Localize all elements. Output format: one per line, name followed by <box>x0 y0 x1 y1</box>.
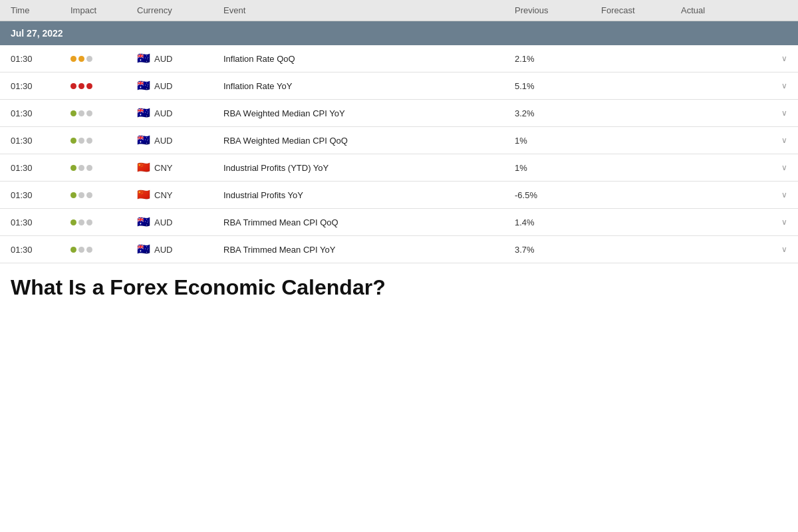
impact-dot <box>70 56 76 62</box>
impact-dot-inactive <box>78 165 84 171</box>
col-impact: Impact <box>70 5 137 15</box>
impact-dot-inactive <box>78 219 84 225</box>
currency-code: AUD <box>154 217 172 227</box>
flag-icon: 🇨🇳 <box>137 190 150 200</box>
impact-dots <box>70 83 137 89</box>
expand-chevron[interactable]: ∨ <box>754 190 787 200</box>
date-section-header: Jul 27, 2022 <box>0 21 798 45</box>
col-event: Event <box>223 5 515 15</box>
time-cell: 01:30 <box>11 54 70 64</box>
previous-value: 5.1% <box>515 81 601 91</box>
table-row[interactable]: 01:30 🇦🇺 AUD Inflation Rate YoY 5.1% ∨ <box>0 72 798 100</box>
currency-cell: 🇦🇺 AUD <box>137 108 223 118</box>
impact-dots <box>70 247 137 253</box>
currency-cell: 🇨🇳 CNY <box>137 190 223 200</box>
currency-cell: 🇨🇳 CNY <box>137 162 223 173</box>
previous-value: 3.7% <box>515 245 601 255</box>
currency-cell: 🇦🇺 AUD <box>137 135 223 146</box>
event-name: RBA Weighted Median CPI QoQ <box>223 136 515 146</box>
impact-dot <box>70 83 76 89</box>
impact-dot <box>70 165 76 171</box>
currency-code: AUD <box>154 245 172 255</box>
previous-value: -6.5% <box>515 190 601 200</box>
flag-icon: 🇦🇺 <box>137 53 150 64</box>
expand-chevron[interactable]: ∨ <box>754 108 787 118</box>
impact-dots <box>70 110 137 116</box>
col-previous: Previous <box>515 5 601 15</box>
impact-dot <box>70 110 76 116</box>
impact-dots <box>70 219 137 225</box>
flag-icon: 🇦🇺 <box>137 80 150 91</box>
impact-dot <box>86 83 92 89</box>
impact-dots <box>70 138 137 144</box>
col-actual: Actual <box>681 5 754 15</box>
currency-cell: 🇦🇺 AUD <box>137 80 223 91</box>
expand-chevron[interactable]: ∨ <box>754 163 787 172</box>
impact-dot-inactive <box>78 192 84 198</box>
flag-icon: 🇦🇺 <box>137 217 150 227</box>
expand-chevron[interactable]: ∨ <box>754 245 787 254</box>
table-body: 01:30 🇦🇺 AUD Inflation Rate QoQ 2.1% ∨ 0… <box>0 45 798 263</box>
impact-dot <box>78 83 84 89</box>
currency-code: CNY <box>154 190 172 200</box>
impact-dot <box>70 247 76 253</box>
impact-dot-inactive <box>78 110 84 116</box>
impact-dot-inactive <box>86 165 92 171</box>
event-name: Industrial Profits (YTD) YoY <box>223 163 515 173</box>
economic-calendar: Time Impact Currency Event Previous Fore… <box>0 0 798 307</box>
table-row[interactable]: 01:30 🇦🇺 AUD RBA Weighted Median CPI QoQ… <box>0 127 798 154</box>
event-name: RBA Weighted Median CPI YoY <box>223 108 515 118</box>
expand-chevron[interactable]: ∨ <box>754 217 787 227</box>
currency-cell: 🇦🇺 AUD <box>137 244 223 255</box>
impact-dot-inactive <box>86 56 92 62</box>
expand-chevron[interactable]: ∨ <box>754 54 787 63</box>
event-name: RBA Trimmed Mean CPI YoY <box>223 245 515 255</box>
currency-cell: 🇦🇺 AUD <box>137 217 223 227</box>
col-extra <box>754 5 787 15</box>
previous-value: 1.4% <box>515 217 601 227</box>
impact-dot <box>70 138 76 144</box>
impact-dot-inactive <box>86 110 92 116</box>
table-row[interactable]: 01:30 🇦🇺 AUD Inflation Rate QoQ 2.1% ∨ <box>0 45 798 72</box>
col-forecast: Forecast <box>601 5 681 15</box>
time-cell: 01:30 <box>11 108 70 118</box>
currency-code: CNY <box>154 163 172 173</box>
impact-dot-inactive <box>86 219 92 225</box>
time-cell: 01:30 <box>11 136 70 146</box>
table-row[interactable]: 01:30 🇨🇳 CNY Industrial Profits (YTD) Yo… <box>0 154 798 182</box>
currency-code: AUD <box>154 136 172 146</box>
impact-dot <box>78 56 84 62</box>
table-header: Time Impact Currency Event Previous Fore… <box>0 0 798 21</box>
currency-code: AUD <box>154 108 172 118</box>
currency-code: AUD <box>154 81 172 91</box>
impact-dot <box>70 192 76 198</box>
time-cell: 01:30 <box>11 81 70 91</box>
impact-dots <box>70 192 137 198</box>
flag-icon: 🇦🇺 <box>137 135 150 146</box>
table-row[interactable]: 01:30 🇨🇳 CNY Industrial Profits YoY -6.5… <box>0 182 798 209</box>
table-row[interactable]: 01:30 🇦🇺 AUD RBA Trimmed Mean CPI YoY 3.… <box>0 236 798 263</box>
expand-chevron[interactable]: ∨ <box>754 136 787 145</box>
impact-dot-inactive <box>78 138 84 144</box>
expand-chevron[interactable]: ∨ <box>754 81 787 90</box>
flag-icon: 🇨🇳 <box>137 162 150 173</box>
col-currency: Currency <box>137 5 223 15</box>
event-name: Inflation Rate QoQ <box>223 54 515 64</box>
time-cell: 01:30 <box>11 245 70 255</box>
currency-code: AUD <box>154 54 172 64</box>
impact-dot-inactive <box>86 138 92 144</box>
table-row[interactable]: 01:30 🇦🇺 AUD RBA Weighted Median CPI YoY… <box>0 100 798 127</box>
impact-dots <box>70 165 137 171</box>
impact-dot <box>70 219 76 225</box>
event-name: RBA Trimmed Mean CPI QoQ <box>223 217 515 227</box>
time-cell: 01:30 <box>11 190 70 200</box>
previous-value: 1% <box>515 136 601 146</box>
previous-value: 1% <box>515 163 601 173</box>
currency-cell: 🇦🇺 AUD <box>137 53 223 64</box>
impact-dot-inactive <box>78 247 84 253</box>
event-name: Industrial Profits YoY <box>223 190 515 200</box>
impact-dots <box>70 56 137 62</box>
flag-icon: 🇦🇺 <box>137 244 150 255</box>
table-row[interactable]: 01:30 🇦🇺 AUD RBA Trimmed Mean CPI QoQ 1.… <box>0 209 798 236</box>
page-footer-title: What Is a Forex Economic Calendar? <box>0 263 798 307</box>
